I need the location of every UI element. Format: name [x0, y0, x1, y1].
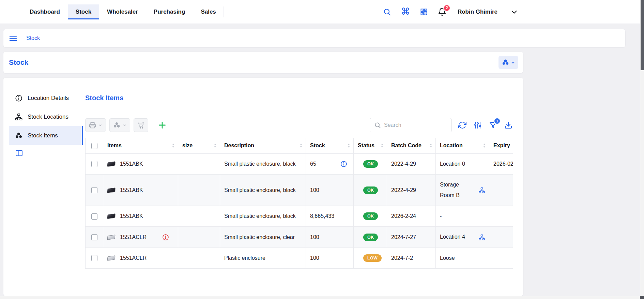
sidebar-item-label: Stock Items — [28, 132, 58, 139]
item-code: 1551ABK — [120, 187, 143, 193]
collapse-sidebar-icon[interactable] — [15, 149, 23, 157]
top-navigation: Dashboard Stock Wholesaler Purchasing Sa… — [0, 0, 640, 24]
nav-tab[interactable]: Purchasing — [146, 4, 193, 19]
sidebar-item[interactable]: Stock Locations — [9, 107, 83, 126]
location-cell: Loose — [436, 248, 489, 268]
add-to-cart-button[interactable] — [134, 118, 148, 132]
column-header[interactable]: Location — [436, 138, 489, 154]
search-input[interactable] — [384, 122, 447, 128]
printer-icon — [89, 122, 96, 129]
refresh-icon[interactable] — [458, 121, 467, 130]
bulk-stock-actions-button[interactable] — [109, 118, 130, 132]
nav-tab[interactable]: Dashboard — [22, 4, 68, 19]
select-all-header — [86, 138, 103, 154]
search-box — [370, 118, 451, 132]
filter-icon[interactable]: 1 — [489, 121, 497, 130]
stock-value: 100 — [310, 255, 319, 261]
status-cell: LOW — [354, 248, 387, 268]
location-cell: Storage Room B — [436, 175, 489, 206]
description-cell: Small plastic enclosure, clear — [220, 227, 306, 248]
row-checkbox[interactable] — [91, 213, 97, 220]
expiry-cell — [489, 206, 513, 226]
add-stock-item-button[interactable] — [158, 121, 167, 130]
description-cell: Small plastic enclosure, black — [220, 206, 306, 226]
nav-tab[interactable]: Stock — [68, 4, 99, 19]
column-header-label: Items — [107, 143, 122, 148]
select-all-checkbox[interactable] — [91, 143, 97, 149]
vertical-scrollbar[interactable] — [640, 0, 644, 296]
qr-code-icon[interactable] — [419, 8, 428, 16]
row-checkbox[interactable] — [91, 234, 97, 240]
page-title: Stock — [9, 58, 28, 66]
column-header-label: Location — [440, 143, 463, 148]
size-cell — [178, 175, 220, 206]
info-icon[interactable] — [340, 161, 347, 167]
sidebar: Location Details Stock Locations — [9, 89, 83, 145]
notifications-bell-icon[interactable]: 2 — [438, 8, 447, 16]
nav-tab-label: Dashboard — [30, 9, 60, 15]
status-cell: OK — [354, 175, 387, 206]
stock-items-panel: Stock Items — [85, 89, 513, 296]
location-name: Location 4 — [440, 232, 465, 242]
menu-icon[interactable] — [9, 34, 17, 43]
sidebar-item[interactable]: Location Details — [9, 89, 83, 107]
vertical-scrollbar-thumb[interactable] — [641, 0, 644, 70]
column-header[interactable]: Items — [103, 138, 178, 154]
column-settings-icon[interactable] — [474, 121, 482, 130]
breadcrumb[interactable]: Stock — [26, 35, 40, 41]
row-checkbox[interactable] — [91, 255, 97, 261]
search-icon[interactable] — [383, 8, 392, 16]
status-badge: OK — [363, 212, 378, 220]
column-header[interactable]: size — [178, 138, 220, 154]
sitemap-icon — [15, 113, 22, 121]
row-checkbox[interactable] — [91, 161, 97, 167]
location-name: Loose — [440, 253, 455, 263]
batch-code-cell: 2026-2-24 — [387, 206, 436, 226]
sidebar-item-label: Location Details — [28, 95, 69, 102]
column-header-label: Batch Code — [391, 143, 421, 148]
item-code: 1551ABK — [120, 213, 143, 219]
column-header[interactable]: Description — [220, 138, 306, 154]
command-icon[interactable]: ⌘ — [401, 8, 410, 16]
stock-value: 100 — [310, 234, 319, 240]
product-thumbnail — [107, 255, 115, 261]
column-header[interactable]: Stock — [306, 138, 354, 154]
cart-plus-icon — [137, 122, 144, 129]
stock-value: 65 — [310, 161, 316, 167]
row-checkbox[interactable] — [91, 187, 97, 193]
size-cell — [178, 227, 220, 248]
nav-tab-label: Purchasing — [154, 9, 185, 15]
panel-title: Stock Items — [85, 94, 513, 102]
sort-icon — [429, 143, 433, 148]
batch-code-cell: 2024-7-27 — [387, 227, 436, 248]
info-icon — [15, 94, 22, 102]
location-cell: - — [436, 206, 489, 226]
chevron-down-icon[interactable] — [510, 8, 518, 16]
sort-icon — [213, 143, 217, 148]
table-row: 1551ABK Small plastic enclosure, black 1… — [86, 175, 513, 206]
sidebar-item[interactable]: Stock Items — [9, 126, 83, 145]
batch-code-cell: 2024-7-2 — [387, 248, 436, 268]
column-header[interactable]: Status — [354, 138, 387, 154]
column-header[interactable]: Batch Code — [387, 138, 436, 154]
column-header-label: Expiry — [493, 143, 510, 148]
row-select-cell — [86, 175, 103, 206]
stock-view-dropdown-button[interactable] — [499, 56, 518, 69]
download-icon[interactable] — [504, 121, 513, 130]
nav-tab[interactable]: Sales — [193, 4, 224, 19]
size-cell — [178, 206, 220, 226]
warning-icon[interactable] — [162, 234, 169, 241]
items-cell: 1551ACLR — [103, 248, 178, 268]
horizontal-scrollbar[interactable] — [0, 296, 640, 299]
nav-tab[interactable]: Wholesaler — [99, 4, 146, 19]
sitemap-icon[interactable] — [479, 187, 485, 193]
plus-icon — [158, 121, 167, 130]
user-menu[interactable]: Robin Ghimire — [458, 9, 497, 15]
sitemap-icon[interactable] — [479, 234, 485, 240]
stock-value: 8,665,433 — [310, 213, 334, 219]
item-code: 1551ABK — [120, 161, 143, 167]
column-header[interactable]: Expiry — [489, 138, 513, 154]
row-select-cell — [86, 248, 103, 268]
notification-count-badge: 2 — [443, 4, 450, 12]
print-button[interactable] — [85, 118, 106, 132]
